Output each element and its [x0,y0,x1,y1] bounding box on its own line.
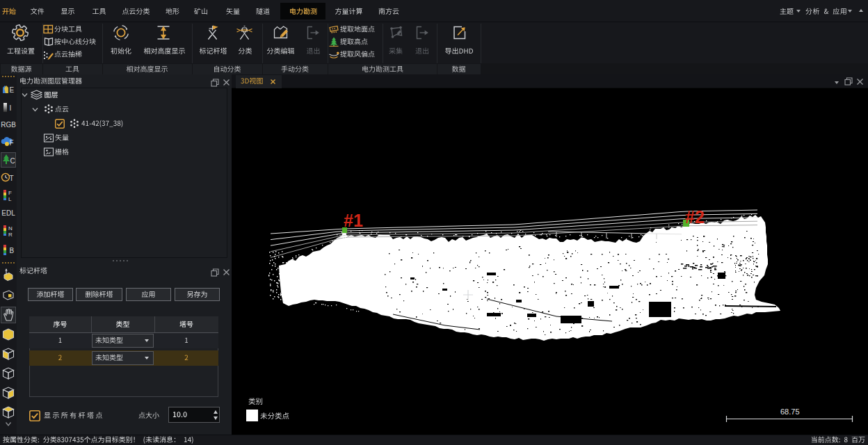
svg-text:T: T [10,175,14,182]
svg-text:E: E [10,86,15,94]
svg-text:B: B [10,247,15,254]
svg-text:L: L [8,196,12,202]
svg-text:F: F [10,139,14,147]
svg-text:I: I [10,104,12,112]
svg-text:C: C [10,157,15,165]
svg-text:F: F [8,190,12,196]
svg-text:#1: #1 [344,211,363,230]
svg-text:R: R [8,232,13,238]
svg-text:N: N [8,225,13,232]
svg-text:68.75: 68.75 [780,407,800,416]
svg-text:#2: #2 [685,207,705,227]
